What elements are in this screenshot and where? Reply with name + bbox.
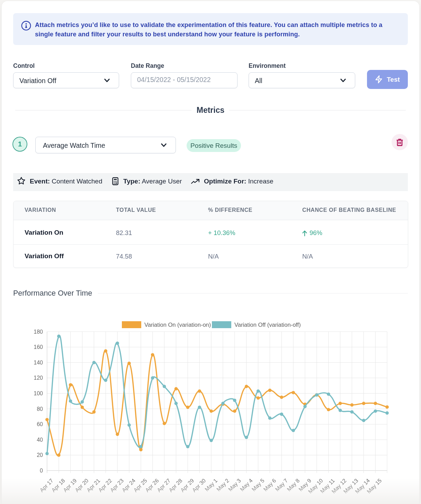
svg-text:100: 100 [34,390,43,396]
svg-text:120: 120 [34,375,43,381]
svg-text:160: 160 [34,344,43,350]
svg-text:20: 20 [37,452,43,458]
svg-text:Variation Off (variation-off): Variation Off (variation-off) [234,322,301,328]
svg-text:Variation On (variation-on): Variation On (variation-on) [144,322,211,328]
svg-text:0: 0 [40,468,43,474]
svg-text:180: 180 [34,329,43,335]
svg-text:140: 140 [34,360,43,366]
svg-text:60: 60 [37,421,43,427]
svg-text:80: 80 [37,406,43,412]
svg-text:40: 40 [37,437,43,443]
